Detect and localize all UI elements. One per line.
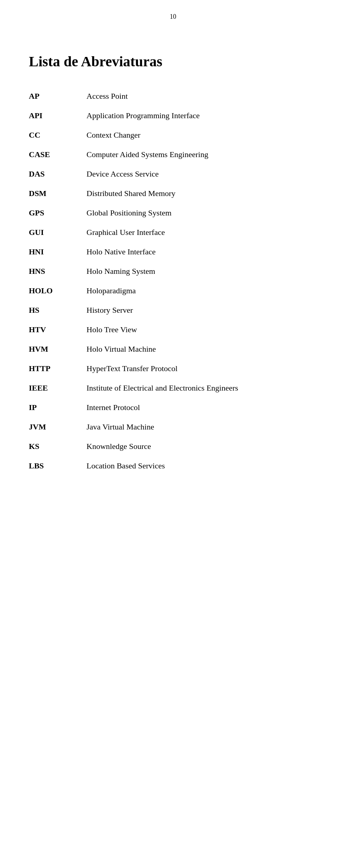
list-item: GPSGlobal Positioning System <box>29 208 317 218</box>
abbrev-key: HTTP <box>29 364 86 373</box>
abbrev-key: HTV <box>29 325 86 334</box>
list-item: HNIHolo Native Interface <box>29 247 317 257</box>
page-number: 10 <box>0 0 346 24</box>
list-item: LBSLocation Based Services <box>29 461 317 471</box>
abbrev-value: Access Point <box>86 92 128 101</box>
abbrev-key: GUI <box>29 228 86 237</box>
abbrev-value: Location Based Services <box>86 461 165 471</box>
list-item: HVMHolo Virtual Machine <box>29 344 317 354</box>
list-item: GUIGraphical User Interface <box>29 228 317 237</box>
page-title: Lista de Abreviaturas <box>29 53 317 70</box>
list-item: DASDevice Access Service <box>29 169 317 179</box>
list-item: KSKnownledge Source <box>29 442 317 451</box>
abbrev-key: HS <box>29 306 86 315</box>
abbrev-value: Graphical User Interface <box>86 228 165 237</box>
list-item: CCContext Changer <box>29 130 317 140</box>
list-item: CASEComputer Aided Systems Engineering <box>29 150 317 159</box>
abbrev-key: JVM <box>29 422 86 432</box>
list-item: HSHistory Server <box>29 306 317 315</box>
abbrev-value: Internet Protocol <box>86 403 140 412</box>
abbrev-key: DAS <box>29 169 86 179</box>
list-item: IEEEInstitute of Electrical and Electron… <box>29 383 317 393</box>
abbrev-value: History Server <box>86 306 133 315</box>
abbrev-key: IP <box>29 403 86 412</box>
abbrev-key: HOLO <box>29 286 86 295</box>
abbrev-key: KS <box>29 442 86 451</box>
abbrev-value: Device Access Service <box>86 169 159 179</box>
abbrev-value: Institute of Electrical and Electronics … <box>86 383 238 393</box>
abbrev-key: API <box>29 111 86 120</box>
abbrev-value: Java Virtual Machine <box>86 422 154 432</box>
abbrev-key: IEEE <box>29 383 86 393</box>
list-item: APAccess Point <box>29 92 317 101</box>
abbrev-key: HNI <box>29 247 86 257</box>
abbrev-value: Context Changer <box>86 130 141 140</box>
abbrev-key: CC <box>29 130 86 140</box>
abbrev-value: Holo Native Interface <box>86 247 156 257</box>
abbreviation-list: APAccess PointAPIApplication Programming… <box>29 92 317 471</box>
abbrev-key: AP <box>29 92 86 101</box>
list-item: JVMJava Virtual Machine <box>29 422 317 432</box>
abbrev-value: Distributed Shared Memory <box>86 189 176 198</box>
abbrev-value: Holo Tree View <box>86 325 137 334</box>
list-item: HTVHolo Tree View <box>29 325 317 334</box>
abbrev-key: DSM <box>29 189 86 198</box>
abbrev-value: HyperText Transfer Protocol <box>86 364 178 373</box>
abbrev-value: Holoparadigma <box>86 286 136 295</box>
abbrev-key: LBS <box>29 461 86 471</box>
abbrev-value: Holo Naming System <box>86 267 155 276</box>
abbrev-key: CASE <box>29 150 86 159</box>
abbrev-key: GPS <box>29 208 86 218</box>
abbrev-value: Knownledge Source <box>86 442 151 451</box>
abbrev-value: Computer Aided Systems Engineering <box>86 150 208 159</box>
abbrev-key: HVM <box>29 344 86 354</box>
abbrev-value: Application Programming Interface <box>86 111 200 120</box>
list-item: DSMDistributed Shared Memory <box>29 189 317 198</box>
abbrev-value: Global Positioning System <box>86 208 172 218</box>
list-item: HNSHolo Naming System <box>29 267 317 276</box>
abbrev-value: Holo Virtual Machine <box>86 344 156 354</box>
list-item: IPInternet Protocol <box>29 403 317 412</box>
list-item: HTTPHyperText Transfer Protocol <box>29 364 317 373</box>
list-item: HOLOHoloparadigma <box>29 286 317 295</box>
list-item: APIApplication Programming Interface <box>29 111 317 120</box>
abbrev-key: HNS <box>29 267 86 276</box>
